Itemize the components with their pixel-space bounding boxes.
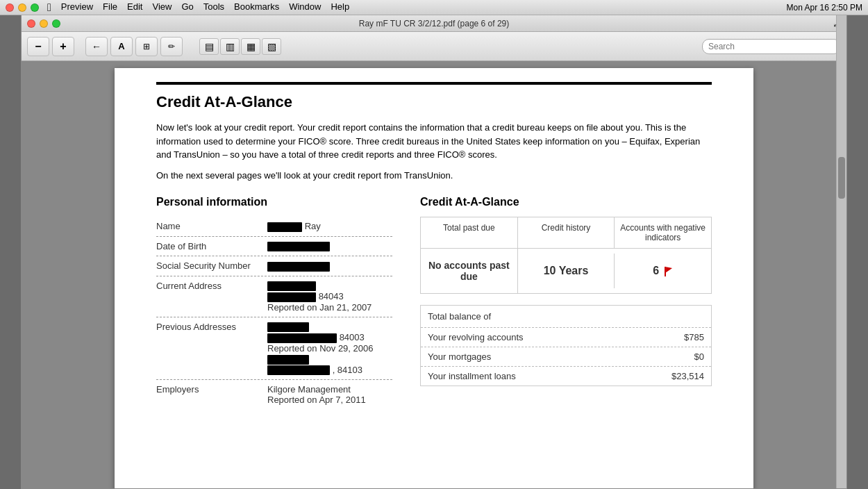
value-address: 84043 Reported on Jan 21, 2007 [267,281,392,313]
macos-menubar:  Preview File Edit View Go Tools Bookma… [0,0,868,15]
employer-reported: Reported on Apr 7, 2011 [267,395,366,405]
app-titlebar: Ray mF TU CR 3/2/12.pdf (page 6 of 29) ⤢ [22,15,846,32]
redacted-address-1 [267,281,316,291]
top-border [156,82,712,85]
info-row-name: Name Ray [156,217,392,237]
app-title: Ray mF TU CR 3/2/12.pdf (page 6 of 29) [359,19,510,28]
balance-value-installment: $23,514 [671,371,704,381]
intro-paragraph-2: On the next several pages we'll look at … [156,169,712,183]
balance-box-title: Total balance of [421,306,711,327]
apple-menu[interactable]:  [47,1,51,14]
titlebar-right: Mon Apr 16 2:50 PM [787,3,862,13]
info-row-address: Current Address 84043 Reported on Jan 21… [156,276,392,317]
menu-preview[interactable]: Preview [61,1,93,14]
label-address: Current Address [156,281,267,291]
window-controls [6,3,39,12]
intro-paragraph-1: Now let's look at your credit report. Yo… [156,121,712,162]
balance-label-installment: Your installment loans [428,371,516,381]
search-input[interactable] [702,39,841,54]
app-maximize-button[interactable] [52,19,60,28]
redacted-address-2 [267,292,316,302]
app-close-button[interactable] [27,19,35,28]
prev-reported-1: Reported on Nov 29, 2006 [267,343,374,354]
app-window: Ray mF TU CR 3/2/12.pdf (page 6 of 29) ⤢… [21,15,847,489]
value-prev-address: 84003 Reported on Nov 29, 2006 , 84103 [267,322,392,375]
flag-icon [665,267,673,276]
info-row-ssn: Social Security Number [156,256,392,276]
name-text: Ray [305,221,321,231]
label-dob: Date of Birth [156,241,267,251]
value-credit-history: 10 Years [518,254,615,288]
redacted-prev-1 [267,322,309,332]
employer-name: Kilgore Management [267,384,351,395]
menu-bookmarks[interactable]: Bookmarks [234,1,279,14]
credit-glance-box: Total past due Credit history Accounts w… [420,217,712,294]
view-buttons: ▤ ▥ ▦ ▧ [199,38,281,55]
value-dob [267,241,392,252]
scrollbar-thumb[interactable] [838,157,845,199]
balance-label-mortgages: Your mortgages [428,351,491,362]
balance-value-revolving: $785 [684,332,704,342]
view-button-3[interactable]: ▦ [241,38,260,55]
toolbar: − + ← A ⊞ ✏ ▤ ▥ ▦ ▧ [22,32,846,61]
zoom-out-button[interactable]: − [27,37,49,56]
credit-box-body: No accounts past due 10 Years 6 [421,249,711,293]
content-area: Credit At-A-Glance Now let's look at you… [22,61,846,488]
page-title: Credit At-A-Glance [156,93,712,111]
menu-tools[interactable]: Tools [203,1,224,14]
label-name: Name [156,221,267,231]
balance-row-revolving: Your revolving accounts $785 [421,327,711,347]
value-name: Ray [267,221,392,232]
personal-info-title: Personal information [156,196,392,208]
back-button[interactable]: ← [85,37,108,56]
clock: Mon Apr 16 2:50 PM [787,3,862,13]
crop-button[interactable]: ⊞ [135,37,158,56]
negative-count: 6 [653,265,659,276]
info-row-dob: Date of Birth [156,237,392,257]
header-credit-history: Credit history [518,217,615,248]
balance-row-mortgages: Your mortgages $0 [421,347,711,366]
header-negative: Accounts with negative indicators [615,217,711,248]
value-past-due: No accounts past due [421,249,518,293]
app-minimize-button[interactable] [40,19,48,28]
prev-zip-1: 84003 [340,332,365,342]
prev-zip-2: , 84103 [333,365,362,375]
redacted-dob [267,242,330,251]
menu-file[interactable]: File [103,1,117,14]
value-employer: Kilgore Management Reported on Apr 7, 20… [267,384,392,405]
personal-info-section: Personal information Name Ray [156,196,392,409]
view-button-1[interactable]: ▤ [199,38,219,55]
close-button[interactable] [6,3,14,12]
menu-go[interactable]: Go [181,1,193,14]
menu-bar:  Preview File Edit View Go Tools Bookma… [47,1,349,14]
menu-window[interactable]: Window [289,1,321,14]
header-past-due: Total past due [421,217,518,248]
redacted-prev-3 [267,355,309,365]
label-prev-address: Previous Addresses [156,322,267,332]
info-row-prev-address: Previous Addresses 84003 Reported on Nov… [156,317,392,380]
personal-info-table: Name Ray Date of Birth [156,217,392,409]
balance-box: Total balance of Your revolving accounts… [420,305,712,386]
menu-help[interactable]: Help [331,1,349,14]
menu-view[interactable]: View [152,1,172,14]
pencil-button[interactable]: ✏ [160,37,183,56]
text-button[interactable]: A [110,37,133,56]
balance-row-installment: Your installment loans $23,514 [421,366,711,386]
two-column-layout: Personal information Name Ray [156,196,712,409]
minimize-button[interactable] [18,3,26,12]
credit-box-header: Total past due Credit history Accounts w… [421,217,711,249]
zoom-in-button[interactable]: + [52,37,74,56]
address-reported-1: Reported on Jan 21, 2007 [267,302,372,313]
view-button-4[interactable]: ▧ [262,38,281,55]
credit-glance-title: Credit At-A-Glance [420,196,712,208]
redacted-ssn [267,262,330,272]
value-ssn [267,260,392,272]
view-button-2[interactable]: ▥ [220,38,240,55]
menu-edit[interactable]: Edit [127,1,142,14]
right-column: Credit At-A-Glance Total past due Credit… [420,196,712,409]
maximize-button[interactable] [31,3,39,12]
info-row-employer: Employers Kilgore Management Reported on… [156,380,392,409]
label-employer: Employers [156,384,267,395]
scrollbar[interactable] [836,61,846,488]
value-negative: 6 [615,254,711,288]
